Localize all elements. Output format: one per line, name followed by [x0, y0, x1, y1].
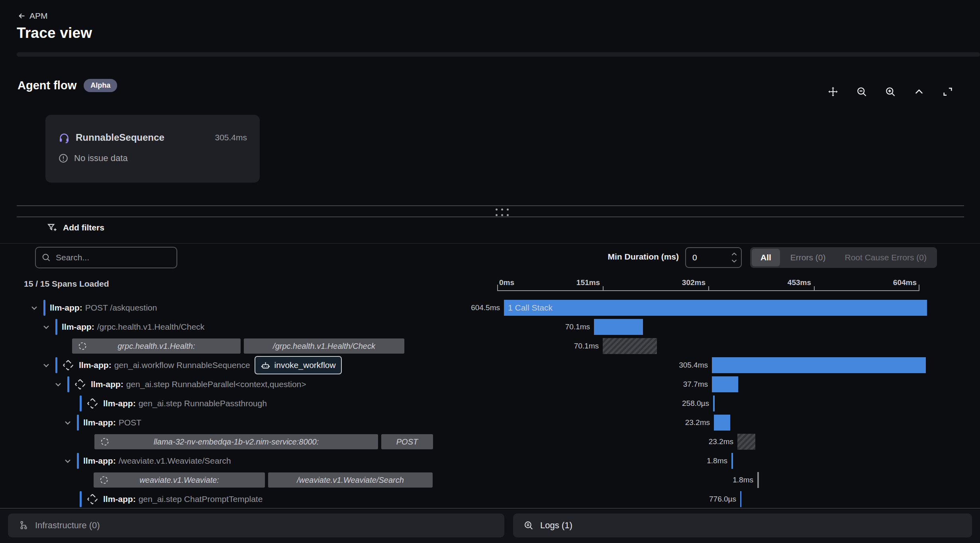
timeline-ruler: 0ms 151ms 302ms 453ms 604ms	[497, 277, 919, 291]
span-duration-bar[interactable]: 70.1ms	[603, 338, 657, 354]
service-chip[interactable]: weaviate.v1.Weaviate:	[94, 472, 265, 488]
agent-flow-node-card[interactable]: RunnableSequence 305.4ms No issue data	[45, 115, 260, 183]
footer-zone: Infrastructure (0) Logs (1)	[0, 510, 980, 543]
page-title: Trace view	[17, 25, 92, 41]
zoom-in-icon[interactable]	[884, 86, 896, 98]
span-row[interactable]: llm-app:POST 23.2ms	[0, 413, 980, 432]
span-search[interactable]	[35, 247, 177, 268]
infrastructure-button[interactable]: Infrastructure (0)	[8, 513, 504, 537]
fullscreen-icon[interactable]	[942, 86, 954, 98]
span-row[interactable]: weaviate.v1.Weaviate: /weaviate.v1.Weavi…	[0, 470, 980, 490]
chevron-down-icon[interactable]	[63, 456, 73, 466]
span-duration: 1.8ms	[707, 453, 727, 469]
chevron-down-icon[interactable]	[41, 360, 51, 370]
ruler-tick-label: 302ms	[682, 278, 706, 287]
dashed-circle-icon	[99, 475, 109, 485]
spans-loaded-count: 15 / 15 Spans Loaded	[24, 279, 109, 289]
span-duration: 305.4ms	[679, 357, 708, 373]
add-filters-label: Add filters	[63, 223, 104, 232]
span-duration-bar[interactable]: 305.4ms	[712, 357, 926, 373]
title-divider	[17, 52, 980, 57]
span-duration-bar[interactable]: 23.2ms	[737, 434, 755, 450]
span-row[interactable]: llm-app:/grpc.health.v1.Health/Check 70.…	[0, 317, 980, 336]
search-input[interactable]	[56, 253, 171, 262]
back-label: APM	[29, 11, 48, 21]
operation-chip[interactable]: /grpc.health.v1.Health/Check	[244, 338, 404, 354]
span-row[interactable]: llm-app:gen_ai.step RunnablePassthrough …	[0, 394, 980, 413]
span-row[interactable]: llm-app:POST /askquestion 604.5ms 1 Call…	[0, 298, 980, 317]
operation-chip[interactable]: POST	[381, 434, 433, 449]
span-color-bar	[80, 491, 82, 507]
alert-circle-icon	[58, 153, 69, 163]
gen-ai-icon	[74, 378, 86, 391]
tab-all[interactable]: All	[752, 249, 780, 266]
dashed-circle-icon	[100, 437, 110, 447]
chevron-down-icon[interactable]	[29, 303, 39, 313]
panel-splitter[interactable]	[17, 205, 964, 217]
span-duration: 258.0µs	[682, 395, 709, 411]
span-duration-bar[interactable]: 258.0µs	[713, 395, 715, 411]
operation-chip[interactable]: /weaviate.v1.Weaviate/Search	[268, 472, 433, 488]
span-color-bar	[77, 453, 79, 469]
gen-ai-icon	[86, 397, 99, 410]
service-chip[interactable]: llama-32-nv-embedqa-1b-v2.nim-service:80…	[94, 434, 378, 449]
span-duration-bar[interactable]: 37.7ms	[712, 376, 738, 392]
back-to-apm-link[interactable]: APM	[18, 11, 48, 21]
flow-toolbar	[827, 86, 954, 98]
stepper-arrows[interactable]	[731, 252, 737, 263]
span-row[interactable]: llm-app:/weaviate.v1.Weaviate/Search 1.8…	[0, 451, 980, 470]
span-color-bar	[55, 357, 57, 373]
agent-flow-heading: Agent flow	[18, 79, 76, 92]
stepper-up-icon[interactable]	[731, 252, 737, 256]
span-duration: 70.1ms	[574, 338, 599, 354]
span-row[interactable]: llm-app:gen_ai.workflow RunnableSequence…	[0, 356, 980, 375]
chevron-down-icon[interactable]	[63, 418, 73, 427]
span-label: llm-app:POST	[83, 418, 141, 427]
robot-icon	[261, 360, 270, 370]
min-duration-stepper[interactable]	[685, 247, 742, 268]
chevron-down-icon[interactable]	[41, 322, 51, 332]
gen-ai-icon	[62, 359, 74, 372]
logs-label: Logs (1)	[540, 520, 572, 531]
zoom-out-icon[interactable]	[856, 86, 868, 98]
span-tree: llm-app:POST /askquestion 604.5ms 1 Call…	[0, 298, 980, 509]
ruler-tick-label: 604ms	[893, 278, 917, 287]
node-duration: 305.4ms	[215, 133, 247, 142]
logs-button[interactable]: Logs (1)	[513, 513, 972, 537]
span-duration-bar[interactable]: 1.8ms	[757, 472, 759, 488]
alpha-badge: Alpha	[84, 79, 117, 92]
span-label: llm-app:gen_ai.workflow RunnableSequence	[79, 360, 250, 370]
span-row[interactable]: llm-app:gen_ai.step ChatPromptTemplate 7…	[0, 490, 980, 509]
divider	[0, 243, 980, 244]
invoke-workflow-badge[interactable]: invoke_workflow	[255, 356, 342, 374]
service-chip[interactable]: grpc.health.v1.Health:	[72, 338, 241, 354]
span-color-bar	[80, 395, 82, 411]
span-duration-bar[interactable]: 604.5ms 1 Call Stack	[504, 300, 927, 316]
span-duration-bar[interactable]: 776.0µs	[740, 491, 741, 507]
min-duration-input[interactable]	[686, 253, 722, 262]
node-issue-text: No issue data	[74, 153, 128, 163]
pan-icon[interactable]	[827, 86, 839, 98]
span-row[interactable]: grpc.health.v1.Health: /grpc.health.v1.H…	[0, 336, 980, 356]
span-duration-bar[interactable]: 1.8ms	[731, 453, 733, 469]
tab-errors[interactable]: Errors (0)	[782, 249, 835, 266]
span-label: llm-app:POST /askquestion	[50, 303, 157, 313]
span-duration-bar[interactable]: 23.2ms	[714, 415, 730, 431]
span-duration-bar[interactable]: 70.1ms	[594, 319, 643, 335]
call-stack-label: 1 Call Stack	[508, 300, 553, 316]
stepper-down-icon[interactable]	[731, 259, 737, 263]
gen-ai-icon	[86, 493, 99, 506]
span-row[interactable]: llama-32-nv-embedqa-1b-v2.nim-service:80…	[0, 432, 980, 451]
span-label: llm-app:gen_ai.step RunnablePassthrough	[103, 399, 267, 408]
collapse-icon[interactable]	[913, 86, 925, 98]
chevron-down-icon[interactable]	[53, 380, 63, 389]
span-color-bar	[43, 300, 45, 316]
trace-view-page: APM Trace view Agent flow Alpha Runnable…	[0, 0, 980, 543]
filter-plus-icon	[47, 222, 57, 233]
span-color-bar	[77, 415, 79, 431]
span-row[interactable]: llm-app:gen_ai.step RunnableParallel<con…	[0, 375, 980, 394]
add-filters-button[interactable]: Add filters	[47, 222, 104, 233]
tab-root-cause-errors[interactable]: Root Cause Errors (0)	[836, 249, 935, 266]
drag-handle-icon[interactable]	[496, 209, 509, 216]
error-filter-tabs: All Errors (0) Root Cause Errors (0)	[750, 247, 937, 268]
